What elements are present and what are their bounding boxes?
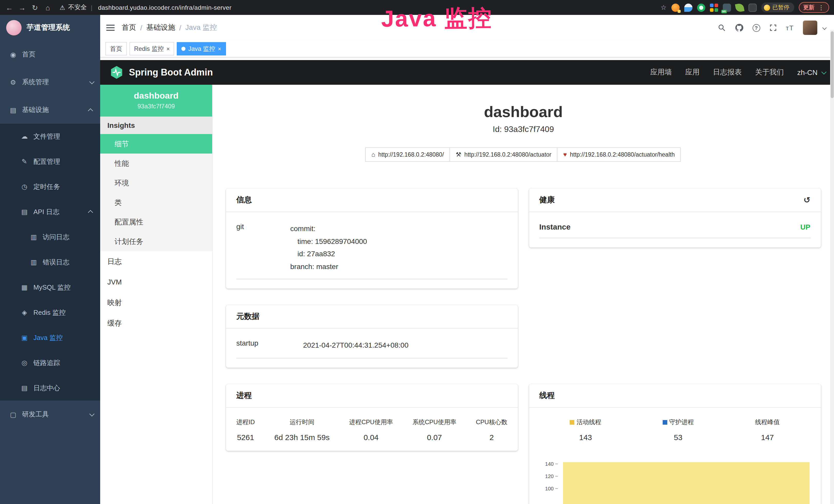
y-tick-140: 140 xyxy=(540,461,558,466)
breadcrumb-infrastructure[interactable]: 基础设施 xyxy=(147,23,175,32)
tags-view: 首页 Redis 监控 × Java 监控 × xyxy=(100,41,834,58)
chevron-up-icon xyxy=(88,108,93,113)
sidebar-item-access-log[interactable]: ▥ 访问日志 xyxy=(0,224,100,250)
sba-item-logs[interactable]: 日志 xyxy=(100,251,212,272)
security-indicator[interactable]: ⚠ 不安全 | xyxy=(60,3,93,12)
sba-item-environment[interactable]: 环境 xyxy=(100,173,212,192)
forward-icon[interactable]: → xyxy=(18,3,26,12)
extension-on-icon[interactable]: on xyxy=(723,3,731,12)
monitor-icon: ▣ xyxy=(21,334,28,342)
extension-drop-icon[interactable] xyxy=(684,3,692,12)
address-bar[interactable]: dashboard.yudao.iocoder.cn/infra/admin-s… xyxy=(98,4,232,11)
update-label: 更新 xyxy=(803,4,814,11)
extension-grid-icon[interactable] xyxy=(710,3,718,12)
sidebar-item-api-log[interactable]: ▤ API 日志 xyxy=(0,199,100,224)
extensions-puzzle-icon[interactable] xyxy=(748,3,756,12)
refresh-icon[interactable]: ↻ xyxy=(31,3,39,12)
service-url-link[interactable]: ⌂ http://192.168.0.2:48080/ xyxy=(365,147,450,162)
sba-item-configprops[interactable]: 配置属性 xyxy=(100,212,212,232)
close-icon[interactable]: × xyxy=(218,46,221,52)
tab-redis-monitor[interactable]: Redis 监控 × xyxy=(129,42,174,55)
health-url-link[interactable]: ♥ http://192.168.0.2:48080/actuator/heal… xyxy=(557,147,681,162)
help-icon[interactable]: ? xyxy=(752,24,760,31)
sidebar-item-config-management[interactable]: ✎ 配置管理 xyxy=(0,149,100,174)
actuator-url-link[interactable]: ⚒ http://192.168.0.2:48080/actuator xyxy=(449,147,557,162)
script-paused-badge[interactable]: 已暂停 xyxy=(761,3,794,12)
sidebar-item-java-monitor[interactable]: ▣ Java 监控 xyxy=(0,325,100,350)
process-metric-cpu-cores: CPU核心数 2 xyxy=(476,418,507,441)
sba-item-caches[interactable]: 缓存 xyxy=(100,313,212,333)
sidebar-item-trace[interactable]: ◎ 链路追踪 xyxy=(0,350,100,375)
active-threads-area xyxy=(563,462,810,504)
metadata-key: startup xyxy=(236,339,303,351)
sba-nav-journal[interactable]: 日志报表 xyxy=(713,68,742,77)
annotation-java-monitor: Java 监控 xyxy=(381,3,492,35)
sidebar-item-system[interactable]: ⚙ 系统管理 xyxy=(0,68,100,96)
sba-nav-about[interactable]: 关于我们 xyxy=(755,68,784,77)
close-icon[interactable]: × xyxy=(167,46,170,52)
app-logo: 芋道管理系统 xyxy=(0,15,100,41)
security-label: 不安全 xyxy=(68,3,87,12)
language-selector[interactable]: zh-CN xyxy=(797,68,825,76)
process-metric-process-cpu: 进程CPU使用率 0.04 xyxy=(349,418,393,441)
sidebar-item-dev-tools[interactable]: ▢ 研发工具 xyxy=(0,400,100,428)
instance-header[interactable]: dashboard 93a3fc7f7409 xyxy=(100,85,212,117)
y-tick-120: 120 xyxy=(540,473,558,479)
toolbox-icon: ▢ xyxy=(9,411,17,418)
extension-green-icon[interactable] xyxy=(697,3,705,12)
browser-update-button[interactable]: 更新 ⋮ xyxy=(798,2,829,13)
legend-daemon-threads: 守护进程 53 xyxy=(662,418,694,441)
sidebar-item-error-log[interactable]: ▥ 错误日志 xyxy=(0,250,100,275)
sba-item-classes[interactable]: 类 xyxy=(100,192,212,212)
bookmark-star-icon[interactable]: ☆ xyxy=(661,4,666,11)
chevron-down-icon xyxy=(89,411,94,416)
breadcrumb: 首页 / 基础设施 / Java 监控 xyxy=(122,23,217,32)
breadcrumb-separator: / xyxy=(140,24,142,32)
app-title: 芋道管理系统 xyxy=(27,23,70,32)
scrollbar-thumb[interactable] xyxy=(830,31,833,98)
sidebar-item-scheduled-jobs[interactable]: ◷ 定时任务 xyxy=(0,174,100,199)
sba-item-jvm[interactable]: JVM xyxy=(100,272,212,292)
home-icon[interactable]: ⌂ xyxy=(44,3,52,12)
caret-down-icon xyxy=(822,26,827,30)
sidebar-item-log-center[interactable]: ▤ 日志中心 xyxy=(0,375,100,400)
extension-leaf-icon[interactable] xyxy=(734,3,744,12)
instance-name: dashboard xyxy=(105,91,207,101)
log-icon: ▤ xyxy=(21,384,28,392)
sidebar-item-redis-monitor[interactable]: ◈ Redis 监控 xyxy=(0,300,100,325)
status-badge: UP xyxy=(800,223,810,231)
tab-home[interactable]: 首页 xyxy=(105,42,127,55)
sba-item-mappings[interactable]: 映射 xyxy=(100,292,212,313)
sidebar-item-mysql-monitor[interactable]: ▦ MySQL 监控 xyxy=(0,275,100,300)
fullscreen-icon[interactable] xyxy=(769,24,777,32)
sba-item-details[interactable]: 细节 xyxy=(100,134,212,154)
hamburger-icon[interactable] xyxy=(106,25,114,31)
insights-section-header: Insights xyxy=(100,117,212,134)
font-size-icon[interactable]: тT xyxy=(786,24,794,31)
sba-nav-wallboard[interactable]: 应用墙 xyxy=(650,68,672,77)
extension-orange-icon[interactable] xyxy=(671,3,679,12)
sba-logo-icon xyxy=(109,65,124,79)
sidebar-item-infrastructure[interactable]: ▤ 基础设施 xyxy=(0,96,100,124)
sba-item-performance[interactable]: 性能 xyxy=(100,154,212,173)
health-instance-row: Instance UP xyxy=(540,222,811,238)
kebab-menu-icon[interactable]: ⋮ xyxy=(818,4,824,11)
scrollbar[interactable] xyxy=(830,30,834,504)
instance-label: Instance xyxy=(540,222,571,231)
sba-nav-applications[interactable]: 应用 xyxy=(685,68,700,77)
warning-icon: ⚠ xyxy=(60,4,65,11)
document-icon: ▥ xyxy=(30,258,38,266)
breadcrumb-home[interactable]: 首页 xyxy=(122,23,136,32)
history-icon[interactable]: ↺ xyxy=(804,196,810,204)
sba-brand[interactable]: Spring Boot Admin xyxy=(109,65,213,79)
git-id-line: id: 27aa832 xyxy=(290,248,507,260)
search-icon[interactable] xyxy=(717,24,726,32)
threads-card-title: 线程 xyxy=(529,384,821,408)
sba-item-scheduled-tasks[interactable]: 计划任务 xyxy=(100,232,212,251)
tab-java-monitor[interactable]: Java 监控 × xyxy=(177,42,226,55)
sidebar-item-home[interactable]: ◉ 首页 xyxy=(0,41,100,68)
user-avatar[interactable] xyxy=(803,21,817,35)
back-icon[interactable]: ← xyxy=(5,3,13,12)
sidebar-item-file-management[interactable]: ☁ 文件管理 xyxy=(0,124,100,149)
github-icon[interactable] xyxy=(734,23,744,32)
